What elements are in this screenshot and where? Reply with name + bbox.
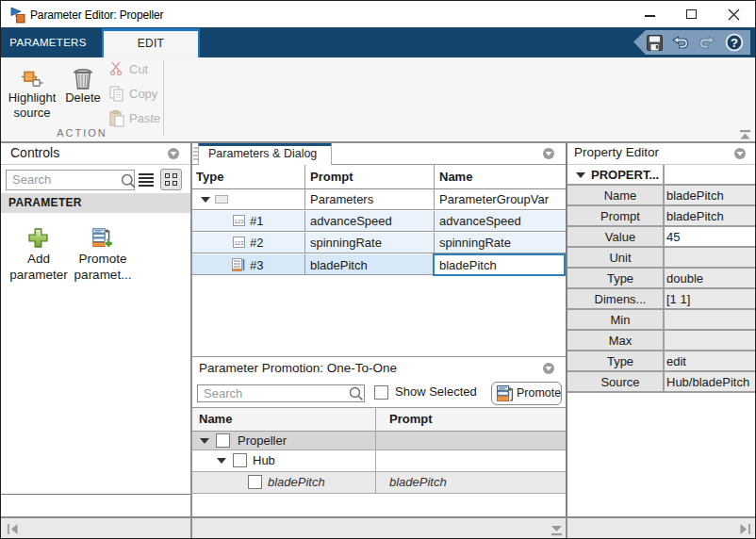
svg-text:?: ?: [731, 36, 738, 50]
